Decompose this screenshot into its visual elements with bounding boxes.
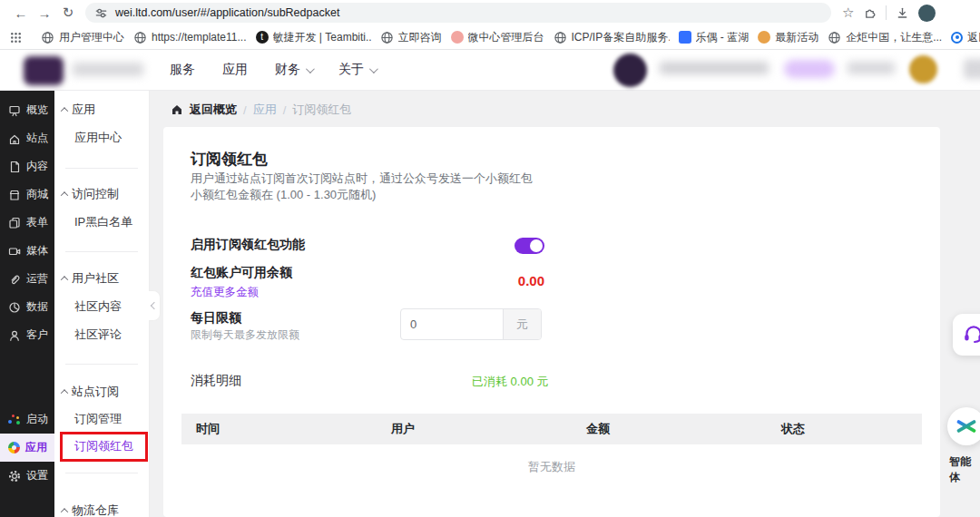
site-settings-icon[interactable]	[94, 6, 108, 20]
enable-label: 启用订阅领红包功能	[191, 237, 305, 253]
globe-icon	[133, 31, 147, 44]
menu-subscription-management[interactable]: 订阅管理	[54, 405, 150, 433]
globe-icon	[380, 31, 394, 44]
menu-community-comments[interactable]: 社区评论	[54, 321, 150, 348]
group-access-control[interactable]: 访问控制	[54, 180, 150, 208]
address-bar[interactable]: wei.ltd.com/user/#/application/subRedpac…	[85, 3, 831, 23]
bookmark-item[interactable]: 返回	[951, 30, 980, 45]
consumed-amount: 已消耗 0.00 元	[472, 374, 549, 390]
recharge-link[interactable]: 充值更多金额	[191, 285, 259, 300]
chevron-left-icon	[151, 302, 158, 309]
caret-up-icon	[61, 389, 68, 396]
caret-up-icon	[61, 107, 68, 114]
bookmark-item[interactable]: https://template11...	[133, 31, 247, 44]
paperclip-icon	[8, 273, 21, 286]
bookmark-item[interactable]: 立即咨询	[380, 30, 442, 45]
caret-up-icon	[61, 508, 68, 515]
sidebar-item-settings[interactable]: 设置	[0, 462, 54, 490]
unit-addon: 元	[503, 309, 541, 339]
browser-toolbar: ← → ↻ wei.ltd.com/user/#/application/sub…	[0, 0, 980, 25]
sidebar-item-data[interactable]: 数据	[0, 293, 54, 321]
user-icon	[8, 329, 21, 342]
reload-icon[interactable]: ↻	[56, 5, 80, 21]
lanhu-icon	[679, 31, 691, 44]
globe-icon	[554, 31, 567, 44]
toolbar-right: ☆	[842, 5, 936, 22]
consume-detail-label: 消耗明细	[191, 373, 241, 389]
copy-icon	[8, 217, 21, 229]
group-logistics[interactable]: 物流仓库	[54, 497, 150, 517]
user-info-blurred	[660, 62, 769, 74]
user-avatar-blurred[interactable]	[613, 54, 647, 87]
menu-community-content[interactable]: 社区内容	[54, 293, 150, 320]
bookmark-item[interactable]: 乐偶 - 蓝湖	[679, 30, 750, 45]
menu-ip-list[interactable]: IP黑白名单	[54, 209, 150, 236]
sidebar-item-overview[interactable]: 概览	[0, 96, 54, 124]
bookmark-item[interactable]: ICP/IP备案自助服务...	[554, 30, 670, 45]
breadcrumb-parent[interactable]: 应用	[253, 102, 277, 118]
sidebar-item-operations[interactable]: 运营	[0, 265, 54, 293]
ai-assistant-button[interactable]	[947, 407, 980, 445]
table-header: 时间 用户 金额 状态	[181, 414, 922, 444]
menu-app-center[interactable]: 应用中心	[54, 124, 150, 151]
daily-limit-input[interactable]	[401, 309, 503, 339]
headset-icon	[962, 323, 980, 346]
sidebar-item-forms[interactable]: 表单	[0, 209, 54, 237]
balance-value: 0.00	[454, 273, 544, 288]
forward-icon[interactable]: →	[33, 5, 56, 21]
group-user-community[interactable]: 用户社区	[54, 265, 150, 292]
chevron-down-icon	[306, 64, 315, 73]
bookmark-label: 微中心管理后台	[468, 30, 544, 45]
bookmark-item[interactable]: 敏捷开发 | Teambiti...	[256, 30, 371, 45]
downloads-icon[interactable]	[896, 6, 909, 20]
document-icon	[8, 161, 21, 173]
nav-finance[interactable]: 财务	[275, 62, 312, 78]
bookmark-item[interactable]: 最新活动	[758, 30, 818, 45]
sidebar-item-mall[interactable]: 商城	[0, 180, 54, 209]
nav-about[interactable]: 关于	[338, 62, 376, 78]
daily-limit-input-group: 元	[400, 308, 542, 340]
customer-service-button[interactable]	[953, 314, 980, 356]
nav-applications[interactable]: 应用	[222, 62, 248, 78]
menu-subscription-redpacket[interactable]: 订阅领红包	[54, 433, 150, 460]
group-site-subscription[interactable]: 站点订阅	[54, 378, 150, 405]
bookmark-item[interactable]: 用户管理中心	[41, 30, 124, 45]
text-blurred	[848, 62, 895, 74]
app-header: 服务 应用 财务 关于	[0, 50, 980, 91]
overview-icon	[8, 104, 21, 117]
bookmark-label: 企炬中国，让生意...	[846, 30, 942, 45]
target-icon	[951, 32, 963, 44]
sidebar-collapse-handle[interactable]	[149, 290, 161, 321]
bookmark-label: 用户管理中心	[59, 30, 124, 45]
sidebar-item-customers[interactable]: 客户	[0, 321, 54, 349]
sidebar-item-applications[interactable]: 应用	[0, 434, 54, 462]
back-icon[interactable]: ←	[9, 5, 33, 21]
gold-avatar-blurred[interactable]	[909, 55, 937, 83]
extensions-icon[interactable]	[863, 6, 877, 20]
sidebar-item-launch[interactable]: 启动	[0, 405, 54, 434]
group-applications[interactable]: 应用	[54, 96, 150, 123]
app-logo-text-blurred	[73, 63, 143, 76]
enable-toggle[interactable]	[514, 238, 544, 254]
video-icon	[8, 245, 21, 258]
sidebar-item-site[interactable]: 站点	[0, 124, 54, 152]
daily-limit-label: 每日限额	[191, 310, 241, 327]
bookmark-item[interactable]: 企炬中国，让生意...	[828, 30, 942, 45]
bookmark-item[interactable]: 微中心管理后台	[451, 30, 544, 45]
launch-dots-icon	[8, 414, 21, 426]
apps-grid-icon[interactable]	[9, 31, 23, 44]
breadcrumb-separator: /	[243, 103, 247, 117]
nav-services[interactable]: 服务	[170, 62, 195, 78]
sidebar-item-media[interactable]: 媒体	[0, 237, 54, 265]
secondary-sidebar: 应用 应用中心 访问控制 IP黑白名单 用户社区 社区内容 社区评论 站点订阅 …	[54, 91, 150, 517]
teambition-icon	[256, 31, 269, 44]
divider	[65, 364, 138, 365]
store-icon	[8, 189, 21, 201]
sidebar-item-content[interactable]: 内容	[0, 152, 54, 180]
balance-label: 红包账户可用余额	[191, 265, 292, 281]
breadcrumb-back[interactable]: 返回概览	[190, 102, 237, 118]
pie-chart-icon	[8, 301, 21, 314]
primary-sidebar: 概览 站点 内容 商城 表单 媒体 运营 数据	[0, 91, 54, 517]
bookmark-star-icon[interactable]: ☆	[842, 5, 854, 21]
browser-profile-avatar[interactable]	[918, 5, 936, 22]
